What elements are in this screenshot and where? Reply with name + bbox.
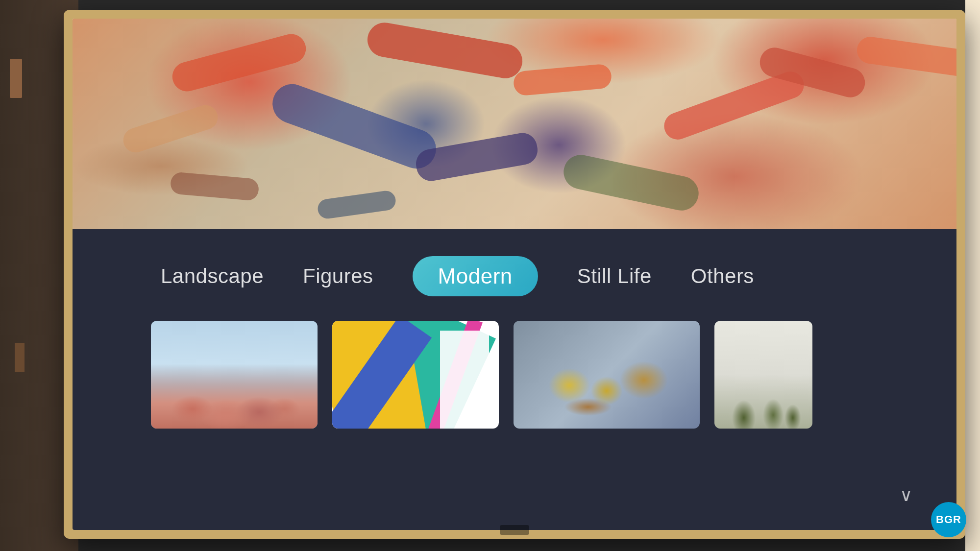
thumbnail-3[interactable] xyxy=(514,321,700,429)
thumbnail-4[interactable] xyxy=(714,321,812,429)
artwork-urban xyxy=(714,321,812,429)
bgr-watermark: BGR xyxy=(931,502,966,537)
category-still-life[interactable]: Still Life xyxy=(577,264,652,288)
artwork-coastal-town xyxy=(151,321,318,429)
category-landscape[interactable]: Landscape xyxy=(161,264,264,288)
scroll-down-arrow[interactable]: ∨ xyxy=(900,485,912,505)
thumbnail-2[interactable] xyxy=(332,321,499,429)
artwork-canvas xyxy=(73,19,956,229)
shelf-book-2 xyxy=(15,343,24,372)
artwork-display xyxy=(73,19,956,229)
tv-stand xyxy=(500,525,529,535)
ui-panel: Landscape Figures Modern Still Life Othe… xyxy=(73,229,956,530)
artwork-abstract-geometric xyxy=(332,321,499,429)
category-figures[interactable]: Figures xyxy=(303,264,373,288)
tv-frame: Landscape Figures Modern Still Life Othe… xyxy=(64,10,965,539)
thumbnail-1[interactable] xyxy=(151,321,318,429)
shelf-book-1 xyxy=(10,59,22,98)
category-tabs: Landscape Figures Modern Still Life Othe… xyxy=(73,229,956,321)
category-others[interactable]: Others xyxy=(691,264,754,288)
category-modern[interactable]: Modern xyxy=(413,256,538,296)
scene: Landscape Figures Modern Still Life Othe… xyxy=(0,0,980,551)
artwork-still-life xyxy=(514,321,700,429)
thumbnails-row xyxy=(73,321,956,429)
room-right-wall xyxy=(965,0,980,551)
tv-screen: Landscape Figures Modern Still Life Othe… xyxy=(73,19,956,530)
paint2-shape-white xyxy=(440,331,489,429)
